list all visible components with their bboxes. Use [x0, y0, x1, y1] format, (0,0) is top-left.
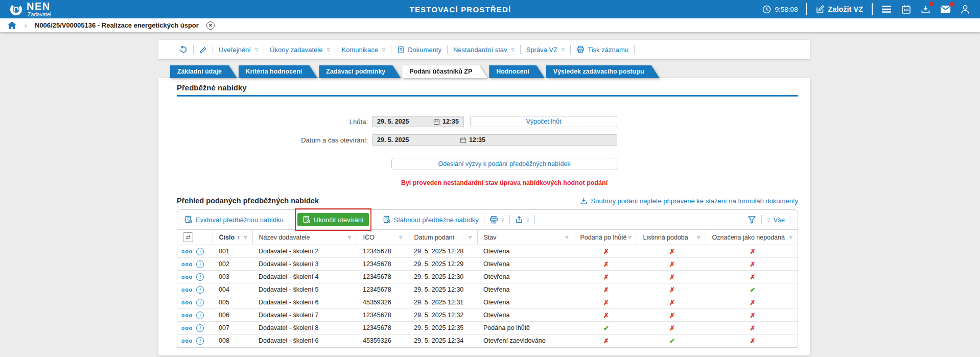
filter-caret-icon[interactable]: ▽ — [696, 234, 701, 241]
col-header-podana-po-lhute[interactable]: Podaná po lhůtě▽ — [574, 230, 637, 245]
table-row[interactable]: oooi 002 Dodavatel - školení 3 12345678 … — [177, 258, 798, 271]
submissions-grid: ⇄ Číslo↑▽ Název dodavatele▽ IČO▽ Datum p… — [177, 229, 798, 348]
cell-stav: Otevřena — [477, 258, 574, 271]
filter-caret-icon[interactable]: ▽ — [243, 234, 248, 241]
opening-input[interactable]: 29. 5. 2025 12:35 — [372, 134, 617, 146]
col-header-nazev-dodavatele[interactable]: Název dodavatele▽ — [252, 230, 357, 245]
info-icon[interactable]: i — [196, 273, 204, 281]
create-vz-button[interactable]: Založit VZ — [814, 4, 864, 15]
table-row[interactable]: oooi 001 Dodavatel - školení 2 12345678 … — [177, 245, 798, 258]
toolbar-ukony-zadavatele[interactable]: Úkony zadavatele▽ — [264, 46, 336, 54]
table-row[interactable]: oooi 003 Dodavatel - školení 4 12345678 … — [177, 271, 798, 283]
session-clock: 9:58:08 — [762, 5, 798, 14]
toolbar-komunikace[interactable]: Komunikace▽ — [336, 46, 391, 54]
table-row[interactable]: oooi 008 Dodavatel - školení 6 45359326 … — [177, 335, 798, 348]
info-icon[interactable]: i — [196, 312, 204, 319]
filter-caret-icon[interactable]: ▽ — [468, 234, 473, 241]
topbar-divider — [872, 3, 873, 15]
tab-hodnoceni[interactable]: Hodnocení — [489, 65, 545, 78]
ukoncit-otevirani-button[interactable]: Ukončit otevírání — [297, 213, 369, 226]
deadline-date-value[interactable]: 29. 5. 2025 — [377, 118, 433, 125]
toolbar-sprava-vz[interactable]: Správa VZ▽ — [521, 46, 571, 54]
col-header-cislo[interactable]: Číslo↑▽ — [213, 230, 252, 245]
filter-caret-icon[interactable]: ▽ — [627, 234, 632, 241]
toolbar-nestandardni-stav[interactable]: Nestandardní stav▽ — [448, 46, 520, 54]
filter-caret-icon[interactable]: ▽ — [564, 234, 569, 241]
evidovat-nabidku-button[interactable]: Evidovat předběžnou nabídku — [184, 216, 284, 224]
calendar-small-icon[interactable] — [460, 137, 466, 144]
info-icon[interactable]: i — [196, 260, 204, 268]
send-call-button[interactable]: Odeslání výzvy k podání předběžných nabí… — [391, 158, 617, 170]
toolbar-tisk-zaznamu[interactable]: Tisk záznamu — [571, 45, 634, 54]
tab-wrap: Základní údaje — [170, 65, 237, 78]
filter-button[interactable] — [748, 216, 756, 224]
filter-caret-icon[interactable]: ▽ — [788, 234, 794, 241]
mail-icon — [940, 5, 951, 13]
row-more-actions-icon[interactable]: ooo — [181, 274, 193, 280]
col-header-stav[interactable]: Stav▽ — [477, 230, 574, 245]
cross-icon: ✗ — [574, 283, 637, 296]
calendar-button[interactable] — [900, 4, 912, 15]
nen-app: NEN Zadavatel TESTOVACÍ PROSTŘEDÍ 9:58:0… — [0, 0, 980, 357]
toolbar-dokumenty[interactable]: Dokumenty — [391, 46, 447, 54]
submission-files-link[interactable]: Soubory podání najdete připravené ke sta… — [580, 197, 798, 205]
toolbar-refresh[interactable] — [174, 45, 193, 54]
row-more-actions-icon[interactable]: ooo — [181, 287, 193, 293]
table-row[interactable]: oooi 006 Dodavatel - školení 7 12345678 … — [177, 309, 798, 322]
tab-podani-ucastniku-zp[interactable]: Podání účastníků ZP — [402, 65, 487, 78]
info-icon[interactable]: i — [196, 299, 204, 306]
calc-deadlines-button[interactable]: Výpočet lhůt — [470, 116, 617, 127]
table-row[interactable]: oooi 004 Dodavatel - školení 5 12345678 … — [177, 283, 798, 296]
tab-zakladni-udaje[interactable]: Základní údaje — [170, 65, 237, 78]
row-more-actions-icon[interactable]: ooo — [181, 248, 193, 254]
cell-ico: 45359326 — [357, 335, 408, 348]
messages-button[interactable] — [939, 4, 952, 14]
filter-caret-icon[interactable]: ▽ — [347, 234, 352, 241]
info-icon[interactable]: i — [196, 248, 204, 255]
downloads-button[interactable] — [920, 4, 931, 15]
toolbar-uverejneni[interactable]: Uveřejnění▽ — [213, 46, 264, 54]
info-icon[interactable]: i — [196, 337, 204, 345]
document-icon — [397, 46, 405, 54]
table-row[interactable]: oooi 005 Dodavatel - školení 6 45359326 … — [177, 296, 798, 309]
row-more-actions-icon[interactable]: ooo — [181, 325, 193, 331]
row-more-actions-icon[interactable]: ooo — [181, 261, 193, 267]
stahnout-nabidky-button[interactable]: Stáhnout předběžné nabídky — [383, 216, 479, 224]
deadline-input[interactable]: 29. 5. 2025 12:35 — [372, 116, 464, 127]
filter-caret-icon[interactable]: ▽ — [398, 234, 403, 241]
menu-button[interactable] — [880, 4, 893, 14]
row-more-actions-icon[interactable]: ooo — [181, 338, 193, 344]
view-all-selector[interactable]: ▽ Vše — [767, 216, 785, 224]
user-button[interactable] — [960, 4, 971, 15]
tab-vysledek-zadavaciho-postupu[interactable]: Výsledek zadávacího postupu — [546, 65, 660, 78]
cross-icon: ✗ — [574, 271, 637, 283]
home-icon[interactable] — [7, 21, 17, 30]
print-list-button[interactable]: ▽ — [489, 216, 504, 224]
info-icon[interactable]: i — [196, 286, 204, 294]
opening-date-value[interactable]: 29. 5. 2025 — [377, 136, 460, 144]
col-header-datum-podani[interactable]: Datum podání▽ — [408, 230, 477, 245]
tab-zadavaci-podminky[interactable]: Zadávací podmínky — [319, 65, 401, 78]
form-icon — [302, 216, 311, 224]
col-header-ico[interactable]: IČO▽ — [357, 230, 408, 245]
deadline-time-value[interactable]: 12:35 — [442, 118, 459, 125]
caret-down-icon: ▽ — [255, 47, 258, 52]
calendar-small-icon[interactable] — [433, 118, 440, 125]
col-header-listinna-podoba[interactable]: Listinná podoba▽ — [637, 230, 706, 245]
sort-asc-icon: ↑ — [237, 233, 240, 241]
table-row[interactable]: oooi 007 Dodavatel - školení 8 12345678 … — [177, 322, 798, 335]
export-list-button[interactable]: ▽ — [515, 216, 529, 224]
info-icon[interactable]: i — [196, 324, 204, 332]
opening-time-value[interactable]: 12:35 — [469, 136, 485, 144]
tab-wrap: Kritéria hodnocení — [239, 65, 317, 78]
col-header-oznacena-jako-nepodana[interactable]: Označena jako nepodaná▽ — [706, 230, 798, 245]
row-more-actions-icon[interactable]: ooo — [181, 299, 193, 305]
row-more-actions-icon[interactable]: ooo — [181, 312, 193, 318]
list-toolbar: Evidovat předběžnou nabídku Ukončit otev… — [177, 210, 798, 229]
topbar-divider — [806, 3, 807, 15]
nen-logo[interactable]: NEN Zadavatel — [9, 1, 51, 17]
tab-kriteria-hodnoceni[interactable]: Kritéria hodnocení — [239, 65, 317, 78]
column-settings-icon[interactable]: ⇄ — [183, 232, 193, 242]
toolbar-edit[interactable] — [194, 46, 213, 54]
close-record-icon[interactable]: ✕ — [206, 21, 215, 30]
